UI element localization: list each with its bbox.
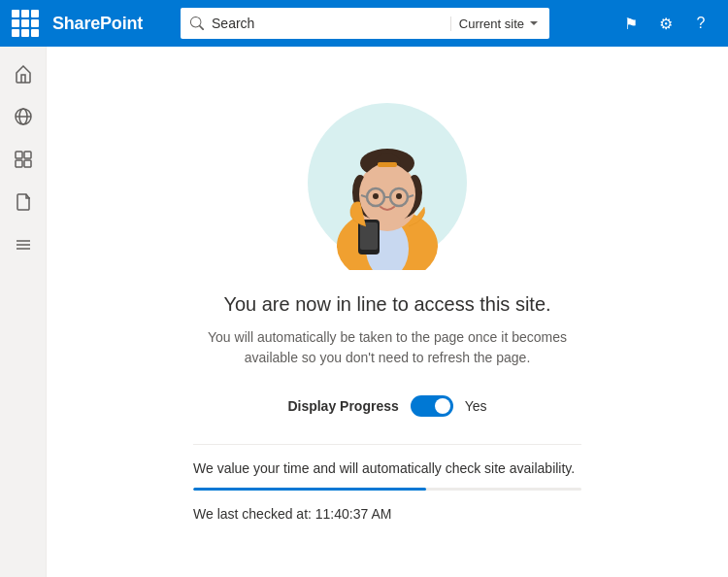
svg-rect-28	[378, 162, 397, 167]
display-progress-toggle[interactable]	[411, 395, 453, 417]
auto-check-text: We value your time and will automaticall…	[193, 460, 581, 476]
svg-rect-30	[360, 222, 378, 250]
sidebar-item-home[interactable]	[4, 54, 43, 93]
progress-bar-background	[193, 488, 581, 491]
svg-rect-3	[16, 152, 22, 158]
svg-point-26	[373, 193, 379, 199]
settings-button[interactable]: ⚙	[650, 8, 681, 39]
progress-section: We value your time and will automaticall…	[193, 444, 581, 522]
queue-illustration	[290, 76, 484, 270]
toggle-yes-label: Yes	[465, 398, 487, 414]
main-area: You are now in line to access this site.…	[0, 47, 728, 577]
waffle-menu[interactable]	[12, 10, 39, 37]
queue-title: You are now in line to access this site.	[223, 293, 550, 316]
queue-description: You will automatically be taken to the p…	[203, 327, 572, 368]
progress-bar-fill	[193, 488, 426, 491]
search-input[interactable]: Search	[212, 16, 443, 31]
last-checked-text: We last checked at: 11:40:37 AM	[193, 506, 581, 522]
sidebar-item-media[interactable]	[4, 140, 43, 179]
main-content: You are now in line to access this site.…	[47, 47, 728, 577]
chevron-down-icon	[528, 17, 540, 29]
app-brand: SharePoint	[52, 14, 143, 34]
search-bar[interactable]: Search Current site	[181, 8, 549, 39]
nav-icons-right: ⚑ ⚙ ?	[615, 8, 716, 39]
flag-button[interactable]: ⚑	[615, 8, 646, 39]
sidebar	[0, 47, 47, 577]
help-button[interactable]: ?	[685, 8, 716, 39]
svg-point-27	[396, 193, 402, 199]
sidebar-item-lists[interactable]	[4, 225, 43, 264]
top-navigation: SharePoint Search Current site ⚑ ⚙ ?	[0, 0, 728, 47]
search-scope-selector[interactable]: Current site	[450, 17, 540, 31]
display-progress-label: Display Progress	[287, 398, 398, 414]
search-icon	[190, 17, 204, 30]
sidebar-item-sites[interactable]	[4, 97, 43, 136]
display-progress-row: Display Progress Yes	[287, 395, 486, 417]
svg-rect-6	[24, 160, 31, 167]
sidebar-item-documents[interactable]	[4, 183, 43, 221]
toggle-thumb	[435, 398, 450, 414]
svg-rect-5	[16, 160, 22, 167]
svg-rect-4	[24, 152, 31, 158]
